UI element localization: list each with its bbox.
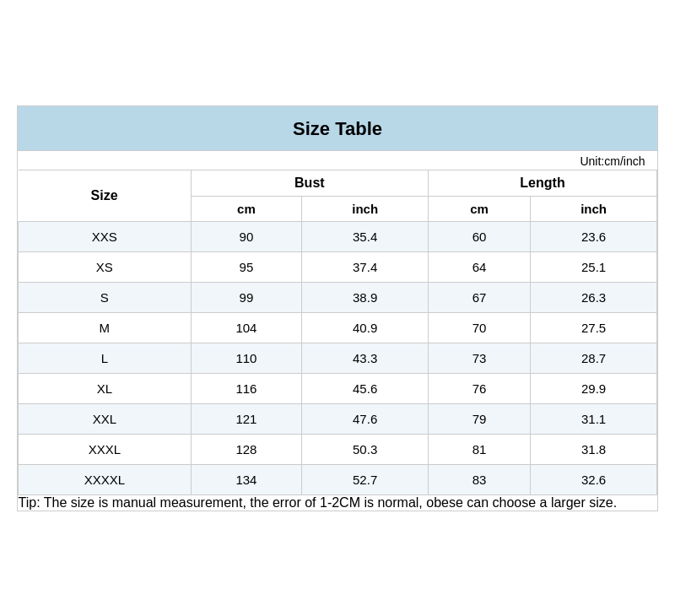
length-cm-cell: 81 bbox=[429, 434, 531, 464]
length-inch-cell: 25.1 bbox=[531, 251, 657, 282]
table-row: M10440.97027.5 bbox=[19, 312, 657, 343]
tip-text: Tip: The size is manual measurement, the… bbox=[19, 494, 657, 511]
size-header: Size bbox=[19, 170, 192, 221]
bust-inch-cell: 52.7 bbox=[302, 464, 429, 494]
size-cell: XS bbox=[19, 251, 192, 282]
bust-cm-cell: 116 bbox=[191, 373, 302, 403]
bust-cm-cell: 104 bbox=[191, 312, 302, 343]
bust-inch-header: inch bbox=[302, 196, 429, 221]
tip-row: Tip: The size is manual measurement, the… bbox=[19, 494, 657, 511]
length-cm-header: cm bbox=[429, 196, 531, 221]
size-cell: M bbox=[19, 312, 192, 343]
bust-inch-cell: 50.3 bbox=[302, 434, 429, 464]
length-inch-cell: 28.7 bbox=[531, 343, 657, 373]
page-title: Size Table bbox=[18, 106, 657, 151]
bust-inch-cell: 43.3 bbox=[302, 343, 429, 373]
length-cm-cell: 60 bbox=[429, 221, 531, 251]
bust-cm-cell: 128 bbox=[191, 434, 302, 464]
table-row: XXL12147.67931.1 bbox=[19, 403, 657, 434]
size-cell: XXXXL bbox=[19, 464, 192, 494]
length-inch-cell: 27.5 bbox=[531, 312, 657, 343]
table-row: S9938.96726.3 bbox=[19, 282, 657, 312]
length-inch-cell: 32.6 bbox=[531, 464, 657, 494]
bust-cm-cell: 95 bbox=[191, 251, 302, 282]
table-row: L11043.37328.7 bbox=[19, 343, 657, 373]
size-cell: XXL bbox=[19, 403, 192, 434]
bust-cm-header: cm bbox=[191, 196, 302, 221]
table-row: XXS9035.46023.6 bbox=[19, 221, 657, 251]
bust-cm-cell: 90 bbox=[191, 221, 302, 251]
size-cell: L bbox=[19, 343, 192, 373]
bust-cm-cell: 121 bbox=[191, 403, 302, 434]
bust-inch-cell: 35.4 bbox=[302, 221, 429, 251]
length-cm-cell: 67 bbox=[429, 282, 531, 312]
unit-row: Unit:cm/inch bbox=[19, 151, 657, 170]
length-inch-cell: 31.8 bbox=[531, 434, 657, 464]
length-cm-cell: 83 bbox=[429, 464, 531, 494]
bust-cm-cell: 110 bbox=[191, 343, 302, 373]
length-cm-cell: 73 bbox=[429, 343, 531, 373]
bust-header: Bust bbox=[191, 170, 428, 196]
size-cell: XXXL bbox=[19, 434, 192, 464]
length-inch-header: inch bbox=[531, 196, 657, 221]
table-row: XL11645.67629.9 bbox=[19, 373, 657, 403]
size-cell: S bbox=[19, 282, 192, 312]
bust-inch-cell: 47.6 bbox=[302, 403, 429, 434]
length-cm-cell: 79 bbox=[429, 403, 531, 434]
data-rows-container: XXS9035.46023.6XS9537.46425.1S9938.96726… bbox=[19, 221, 657, 494]
bust-cm-cell: 134 bbox=[191, 464, 302, 494]
bust-cm-cell: 99 bbox=[191, 282, 302, 312]
length-cm-cell: 70 bbox=[429, 312, 531, 343]
length-cm-cell: 64 bbox=[429, 251, 531, 282]
length-inch-cell: 31.1 bbox=[531, 403, 657, 434]
length-inch-cell: 23.6 bbox=[531, 221, 657, 251]
size-table-container: Size Table Unit:cm/inch Size Bust Length… bbox=[17, 105, 658, 511]
table-row: XXXL12850.38131.8 bbox=[19, 434, 657, 464]
length-inch-cell: 29.9 bbox=[531, 373, 657, 403]
size-cell: XL bbox=[19, 373, 192, 403]
table-row: XXXXL13452.78332.6 bbox=[19, 464, 657, 494]
group-header-row: Size Bust Length bbox=[19, 170, 657, 196]
bust-inch-cell: 38.9 bbox=[302, 282, 429, 312]
bust-inch-cell: 45.6 bbox=[302, 373, 429, 403]
length-cm-cell: 76 bbox=[429, 373, 531, 403]
length-inch-cell: 26.3 bbox=[531, 282, 657, 312]
length-header: Length bbox=[429, 170, 657, 196]
bust-inch-cell: 37.4 bbox=[302, 251, 429, 282]
unit-label: Unit:cm/inch bbox=[19, 151, 657, 170]
bust-inch-cell: 40.9 bbox=[302, 312, 429, 343]
table-row: XS9537.46425.1 bbox=[19, 251, 657, 282]
size-cell: XXS bbox=[19, 221, 192, 251]
